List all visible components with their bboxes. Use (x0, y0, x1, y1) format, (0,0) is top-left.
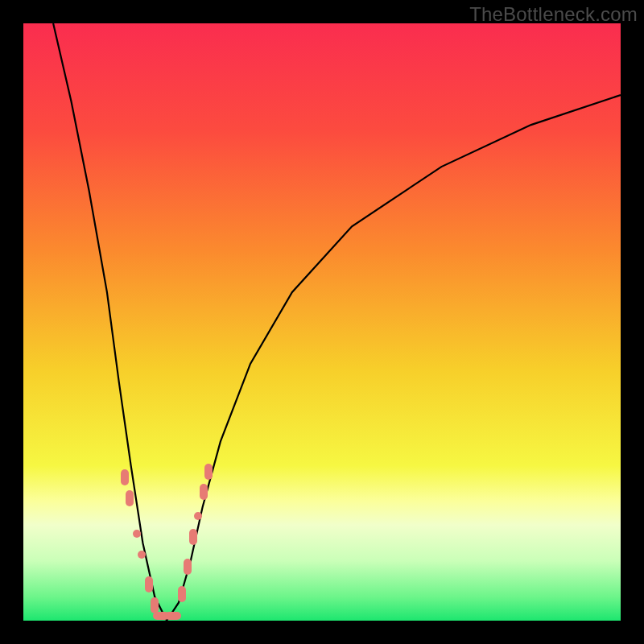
marker-7 (165, 612, 181, 620)
marker-9 (184, 559, 192, 575)
marker-3 (138, 551, 146, 559)
marker-13 (204, 464, 213, 480)
chart-frame: TheBottleneck.com (0, 0, 644, 644)
plot-area (23, 23, 621, 621)
markers-layer (23, 23, 621, 621)
marker-4 (145, 576, 153, 592)
marker-2 (133, 530, 141, 538)
marker-8 (178, 586, 186, 602)
marker-1 (126, 490, 134, 506)
marker-10 (189, 529, 197, 545)
marker-11 (194, 512, 202, 520)
marker-0 (121, 469, 129, 485)
marker-12 (200, 484, 208, 500)
watermark-text: TheBottleneck.com (469, 3, 638, 26)
